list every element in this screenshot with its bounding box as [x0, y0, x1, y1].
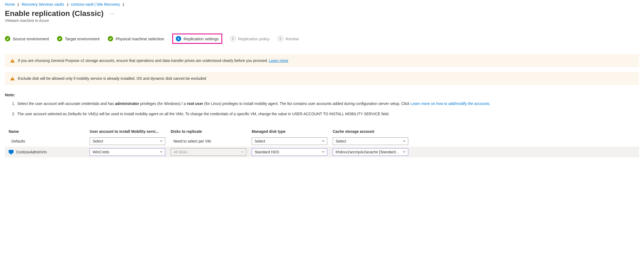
breadcrumb-vault[interactable]: contoso-vault | Site Recovery: [71, 2, 120, 6]
vm-icon: [9, 150, 14, 154]
more-actions-button[interactable]: ···: [109, 10, 116, 18]
cache-storage-select[interactable]: Select: [333, 137, 408, 145]
chevron-down-icon: [160, 139, 163, 143]
col-managed-disk-type: Managed disk type: [252, 129, 333, 134]
step-label: Replication settings: [184, 37, 219, 41]
col-user-account: User account to install Mobility servi..…: [90, 129, 171, 134]
step-replication-policy[interactable]: 5 Replication policy: [230, 36, 270, 41]
step-number-icon: 5: [230, 36, 236, 41]
check-icon: [108, 36, 113, 41]
chevron-down-icon: [403, 150, 406, 154]
col-disks: Disks to replicate: [171, 129, 252, 134]
step-physical-machine-selection[interactable]: Physical machine selection: [108, 36, 164, 41]
check-icon: [5, 36, 10, 41]
learn-more-link[interactable]: Learn more: [269, 58, 288, 63]
warning-banner-exclude-disk: Exclude disk will be allowed only if mob…: [5, 72, 639, 85]
step-number-icon: 6: [278, 36, 283, 41]
table-row-defaults: Defaults Select Need to select per VM. S…: [5, 136, 639, 147]
cell-disks: Need to select per VM.: [171, 138, 252, 145]
step-review[interactable]: 6 Review: [278, 36, 299, 41]
step-number-icon: 4: [176, 36, 181, 41]
col-name: Name: [9, 129, 90, 134]
managed-disk-type-select[interactable]: Select: [252, 137, 327, 145]
note-heading: Note:: [5, 93, 639, 97]
step-label: Source environment: [13, 37, 49, 41]
step-label: Review: [286, 37, 299, 41]
col-cache-storage: Cache storage account: [333, 129, 414, 134]
step-replication-settings[interactable]: 4 Replication settings: [172, 34, 222, 44]
step-label: Physical machine selection: [116, 37, 164, 41]
banner-text: If you are choosing General Purpose v2 s…: [18, 58, 269, 63]
breadcrumb-vaults[interactable]: Recovery Services vaults: [22, 2, 64, 6]
table-header-row: Name User account to install Mobility se…: [5, 127, 639, 136]
step-source-environment[interactable]: Source environment: [5, 36, 49, 41]
warning-banner-storage: If you are choosing General Purpose v2 s…: [5, 54, 639, 67]
chevron-down-icon: [322, 150, 325, 154]
cache-storage-select[interactable]: lrhdxvv2arcmjulv2acache [Standard...: [333, 148, 408, 156]
breadcrumb: Home ❯ Recovery Services vaults ❯ contos…: [5, 2, 639, 6]
disks-select: All disks: [171, 148, 246, 156]
chevron-right-icon: ❯: [17, 3, 19, 6]
managed-disk-type-select[interactable]: Standard HDD: [252, 148, 327, 156]
banner-text: Exclude disk will be allowed only if mob…: [18, 76, 206, 81]
step-label: Target environment: [65, 37, 99, 41]
wizard-stepper: Source environment Target environment Ph…: [5, 34, 639, 44]
learn-more-accounts-link[interactable]: Learn more on how to add/modify the acco…: [410, 101, 490, 106]
step-target-environment[interactable]: Target environment: [57, 36, 99, 41]
breadcrumb-home[interactable]: Home: [5, 2, 15, 6]
note-item: Select the user account with accurate cr…: [16, 101, 639, 107]
page-title: Enable replication (Classic): [5, 9, 104, 18]
note-item: The user account selected as Defaults fo…: [16, 111, 639, 117]
chevron-down-icon: [160, 150, 163, 154]
chevron-down-icon: [403, 139, 406, 143]
user-account-select[interactable]: WinCreds: [90, 148, 165, 156]
check-icon: [57, 36, 62, 41]
chevron-down-icon: [241, 150, 244, 154]
chevron-right-icon: ❯: [66, 3, 69, 6]
chevron-right-icon: ❯: [122, 3, 124, 6]
settings-table: Name User account to install Mobility se…: [5, 127, 639, 157]
user-account-select[interactable]: Select: [90, 137, 165, 145]
page-subtitle: VMware machine to Azure: [5, 18, 639, 23]
warning-icon: [10, 59, 15, 62]
warning-icon: [10, 77, 15, 80]
chevron-down-icon: [322, 139, 325, 143]
table-row-vm: ContosoAdminVm WinCreds All disks Standa…: [5, 147, 639, 157]
cell-name: ContosoAdminVm: [9, 150, 90, 154]
cell-name: Defaults: [9, 138, 90, 145]
step-label: Replication policy: [238, 37, 270, 41]
